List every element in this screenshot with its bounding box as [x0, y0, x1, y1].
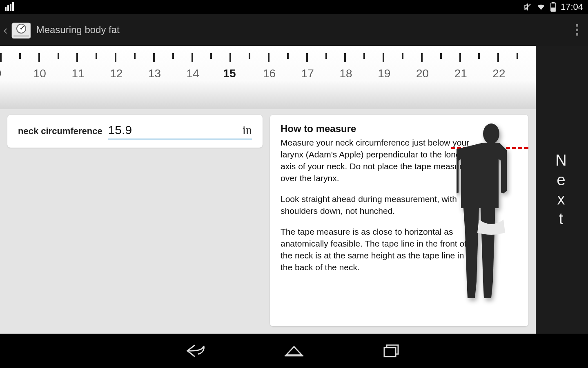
svg-point-9 — [483, 123, 499, 144]
overflow-menu-button[interactable] — [568, 24, 586, 36]
main-content: 910111213141516171819202122 neck circumf… — [0, 46, 588, 334]
ruler-label: 9 — [0, 67, 33, 80]
ruler[interactable]: 910111213141516171819202122 — [0, 46, 536, 109]
back-button[interactable]: ‹ — [2, 22, 9, 38]
nav-recent-icon[interactable] — [382, 343, 402, 359]
measurement-unit: in — [243, 123, 252, 137]
ruler-label: 11 — [71, 67, 110, 80]
measurement-card: neck circumference 15.9 in — [7, 115, 263, 148]
ruler-label: 15 — [223, 67, 261, 80]
measurement-label: neck circumference — [18, 126, 102, 137]
ruler-label: 20 — [416, 67, 454, 80]
next-button-label: N e x t — [555, 151, 568, 229]
ruler-label: 14 — [187, 67, 225, 80]
measurement-value[interactable]: 15.9 — [108, 123, 243, 137]
next-button[interactable]: N e x t — [536, 46, 588, 334]
howto-title: How to measure — [281, 123, 472, 135]
ruler-label: 19 — [378, 67, 416, 80]
svg-rect-8 — [13, 35, 29, 37]
howto-paragraph: The tape measure is as close to horizont… — [281, 226, 472, 274]
action-bar: ‹ Measuring body fat — [0, 14, 588, 46]
howto-paragraph: Measure your neck circumference just bel… — [281, 137, 472, 184]
nav-home-icon[interactable] — [284, 343, 304, 359]
ruler-label: 22 — [492, 67, 531, 80]
howto-paragraph: Look straight ahead during measurement, … — [281, 193, 472, 217]
clock: 17:04 — [561, 2, 583, 12]
svg-rect-3 — [552, 8, 555, 11]
body-figure-icon — [457, 119, 526, 323]
wifi-icon — [536, 2, 546, 11]
svg-rect-2 — [552, 2, 555, 3]
measurement-input[interactable]: 15.9 in — [108, 123, 252, 139]
ruler-label: 13 — [148, 67, 187, 80]
page-title: Measuring body fat — [36, 24, 120, 36]
nav-back-icon[interactable] — [186, 343, 206, 359]
ruler-label: 18 — [339, 67, 378, 80]
howto-card: How to measure Measure your neck circumf… — [270, 115, 528, 326]
ruler-label: 21 — [454, 67, 493, 80]
signal-icon — [5, 3, 14, 11]
svg-rect-11 — [384, 348, 396, 357]
svg-point-7 — [20, 28, 22, 29]
status-bar: 17:04 — [0, 0, 588, 14]
ruler-label: 16 — [263, 67, 301, 80]
battery-icon — [550, 2, 557, 12]
mute-icon — [523, 2, 532, 11]
ruler-label: 10 — [33, 67, 72, 80]
ruler-label: 17 — [301, 67, 340, 80]
system-nav-bar — [0, 334, 588, 368]
ruler-label: 12 — [110, 67, 148, 80]
app-icon[interactable] — [9, 18, 33, 42]
